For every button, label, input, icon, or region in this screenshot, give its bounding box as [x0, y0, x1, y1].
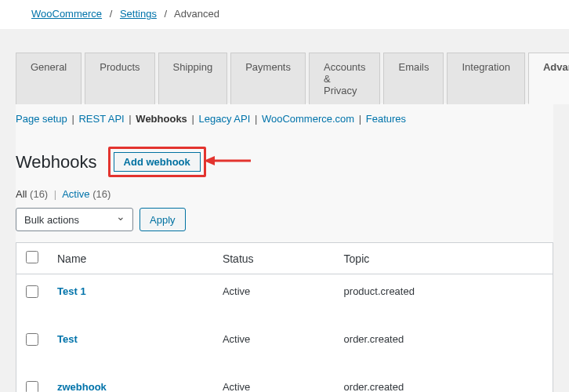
tab-general[interactable]: General — [16, 53, 82, 104]
tab-integration[interactable]: Integration — [447, 53, 524, 104]
add-webhook-highlight: Add webhook — [108, 147, 206, 177]
breadcrumb-sep: / — [165, 8, 168, 20]
filter-active[interactable]: Active — [62, 188, 89, 200]
add-webhook-button[interactable]: Add webhook — [114, 152, 201, 172]
subnav: Page setup | REST API | Webhooks | Legac… — [16, 103, 553, 134]
tab-products[interactable]: Products — [85, 53, 154, 104]
row-checkbox[interactable] — [26, 381, 38, 392]
column-name[interactable]: Name — [48, 243, 213, 274]
subnav-wc-com[interactable]: WooCommerce.com — [262, 113, 354, 125]
webhook-status: Active — [213, 274, 335, 323]
select-all-checkbox[interactable] — [26, 251, 38, 263]
row-checkbox[interactable] — [26, 285, 38, 298]
apply-button[interactable]: Apply — [140, 208, 186, 231]
column-status: Status — [213, 243, 335, 274]
tab-payments[interactable]: Payments — [230, 53, 306, 104]
filters: All (16) | Active (16) — [16, 183, 553, 208]
tab-emails[interactable]: Emails — [383, 53, 444, 104]
svg-marker-1 — [204, 156, 215, 165]
breadcrumb: WooCommerce / Settings / Advanced — [0, 0, 569, 29]
bulk-actions-row: Bulk actions Apply — [16, 208, 553, 231]
subnav-features[interactable]: Features — [366, 113, 406, 125]
tab-advanced[interactable]: Advanced — [528, 53, 569, 104]
subnav-legacy-api[interactable]: Legacy API — [199, 113, 251, 125]
bulk-actions-select[interactable]: Bulk actions — [16, 208, 133, 231]
breadcrumb-current: Advanced — [174, 8, 219, 20]
breadcrumb-woocommerce[interactable]: WooCommerce — [31, 8, 102, 20]
row-checkbox[interactable] — [26, 333, 38, 346]
filter-all[interactable]: All (16) — [16, 188, 48, 200]
webhook-name-link[interactable]: Test 1 — [57, 285, 86, 297]
arrow-annotation-icon — [204, 153, 251, 169]
panel: Page setup | REST API | Webhooks | Legac… — [16, 103, 553, 392]
column-topic: Topic — [335, 243, 553, 274]
page-title: Webhooks — [16, 152, 97, 172]
webhook-topic: product.created — [335, 274, 553, 323]
subnav-webhooks[interactable]: Webhooks — [136, 113, 187, 125]
webhook-name-link[interactable]: Test — [57, 333, 78, 345]
filter-active-count: (16) — [92, 188, 111, 200]
breadcrumb-sep: / — [110, 8, 113, 20]
subnav-rest-api[interactable]: REST API — [78, 113, 124, 125]
heading-row: Webhooks Add webhook — [16, 134, 553, 183]
webhooks-table: Name Status Topic Test 1 Active product.… — [16, 242, 553, 392]
webhook-topic: order.created — [335, 322, 553, 370]
webhook-topic: order.created — [335, 370, 553, 392]
table-row: Test Active order.created — [16, 322, 553, 370]
webhook-status: Active — [213, 370, 335, 392]
breadcrumb-settings[interactable]: Settings — [120, 8, 157, 20]
webhook-name-link[interactable]: zwebhook — [57, 381, 107, 392]
tab-accounts-privacy[interactable]: Accounts & Privacy — [309, 53, 380, 104]
webhook-status: Active — [213, 322, 335, 370]
table-row: Test 1 Active product.created — [16, 274, 553, 323]
tabs: General Products Shipping Payments Accou… — [16, 53, 553, 104]
subnav-page-setup[interactable]: Page setup — [16, 113, 67, 125]
table-row: zwebhook Active order.created — [16, 370, 553, 392]
tab-shipping[interactable]: Shipping — [158, 53, 228, 104]
